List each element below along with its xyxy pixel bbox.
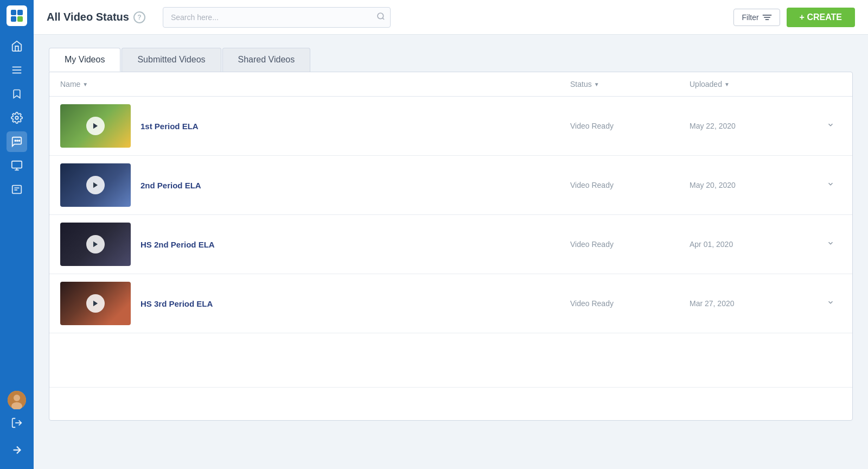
svg-rect-11 xyxy=(12,161,22,168)
video-status: Video Ready xyxy=(570,240,690,249)
expand-row-button[interactable] xyxy=(820,299,841,308)
video-title[interactable]: HS 3rd Period ELA xyxy=(141,299,213,308)
table-row: HS 3rd Period ELA Video Ready Mar 27, 20… xyxy=(49,274,852,333)
svg-rect-0 xyxy=(11,10,16,15)
tab-submitted-videos[interactable]: Submitted Videos xyxy=(122,48,221,72)
svg-point-18 xyxy=(14,395,20,401)
svg-point-7 xyxy=(15,116,18,119)
video-status: Video Ready xyxy=(570,181,690,189)
col-uploaded-header[interactable]: Uploaded ▼ xyxy=(690,80,820,88)
video-date: Apr 01, 2020 xyxy=(690,240,820,249)
sidebar xyxy=(0,0,34,469)
col-uploaded-label: Uploaded xyxy=(690,80,722,88)
video-thumbnail[interactable] xyxy=(60,282,131,325)
empty-row xyxy=(49,333,852,388)
svg-rect-3 xyxy=(17,16,23,22)
badge-tag-icon[interactable] xyxy=(7,179,27,200)
col-name-header[interactable]: Name ▼ xyxy=(60,80,570,88)
page-title-group: All Video Status ? xyxy=(47,11,145,23)
video-thumbnail[interactable] xyxy=(60,163,131,207)
video-date: Mar 27, 2020 xyxy=(690,299,820,308)
video-status: Video Ready xyxy=(570,299,690,308)
content-area: My Videos Submitted Videos Shared Videos… xyxy=(34,35,868,469)
expand-row-button[interactable] xyxy=(820,121,841,131)
col-name-sort-icon: ▼ xyxy=(82,81,88,87)
video-name-cell: HS 3rd Period ELA xyxy=(60,282,570,325)
svg-marker-29 xyxy=(93,242,98,248)
svg-point-8 xyxy=(15,140,16,141)
expand-row-button[interactable] xyxy=(820,239,841,249)
expand-row-button[interactable] xyxy=(820,180,841,190)
video-title[interactable]: 1st Period ELA xyxy=(141,122,199,131)
svg-marker-28 xyxy=(93,182,98,188)
table-row: 1st Period ELA Video Ready May 22, 2020 xyxy=(49,97,852,156)
video-name-cell: 1st Period ELA xyxy=(60,104,570,148)
svg-line-23 xyxy=(382,18,384,20)
svg-point-9 xyxy=(17,140,18,141)
table-header-row: Name ▼ Status ▼ Uploaded ▼ xyxy=(49,72,852,97)
col-status-sort-icon: ▼ xyxy=(594,81,599,87)
svg-point-22 xyxy=(378,13,384,19)
tab-shared-videos[interactable]: Shared Videos xyxy=(222,48,311,72)
video-thumbnail[interactable] xyxy=(60,223,131,266)
header: All Video Status ? Filter xyxy=(34,0,868,35)
menu-icon[interactable] xyxy=(7,60,27,80)
settings-icon[interactable] xyxy=(7,107,27,128)
filter-button[interactable]: Filter xyxy=(733,9,780,26)
app-logo[interactable] xyxy=(7,5,27,26)
chat-bubble-icon[interactable] xyxy=(7,131,27,152)
create-button[interactable]: + CREATE xyxy=(787,8,855,27)
col-status-header[interactable]: Status ▼ xyxy=(570,80,690,88)
video-screen-icon[interactable] xyxy=(7,155,27,176)
create-label: + CREATE xyxy=(800,12,842,22)
col-expand-header xyxy=(820,80,841,88)
col-status-label: Status xyxy=(570,80,592,88)
bookmark-icon[interactable] xyxy=(7,84,27,104)
arrow-right-icon[interactable] xyxy=(7,440,27,460)
svg-rect-2 xyxy=(11,16,16,22)
svg-marker-27 xyxy=(93,123,98,129)
svg-rect-1 xyxy=(17,10,23,15)
filter-label: Filter xyxy=(742,13,758,22)
video-table: Name ▼ Status ▼ Uploaded ▼ xyxy=(49,72,853,421)
play-button[interactable] xyxy=(86,176,105,194)
search-icon xyxy=(376,12,385,23)
logout-icon[interactable] xyxy=(7,413,27,433)
footer-row xyxy=(49,388,852,420)
user-avatar[interactable] xyxy=(8,391,26,409)
svg-marker-30 xyxy=(93,301,98,307)
search-input[interactable] xyxy=(163,7,391,28)
tab-my-videos[interactable]: My Videos xyxy=(49,48,120,72)
search-bar xyxy=(163,7,391,28)
svg-point-10 xyxy=(19,140,20,141)
help-icon[interactable]: ? xyxy=(133,11,145,23)
video-title[interactable]: HS 2nd Period ELA xyxy=(141,240,215,249)
table-row: HS 2nd Period ELA Video Ready Apr 01, 20… xyxy=(49,215,852,274)
video-date: May 20, 2020 xyxy=(690,181,820,189)
video-date: May 22, 2020 xyxy=(690,122,820,130)
page-title: All Video Status xyxy=(47,11,129,23)
play-button[interactable] xyxy=(86,235,105,253)
video-name-cell: HS 2nd Period ELA xyxy=(60,223,570,266)
tab-bar: My Videos Submitted Videos Shared Videos xyxy=(49,48,853,72)
col-uploaded-sort-icon: ▼ xyxy=(724,81,730,87)
video-title[interactable]: 2nd Period ELA xyxy=(141,181,201,190)
video-status: Video Ready xyxy=(570,122,690,130)
home-icon[interactable] xyxy=(7,36,27,56)
main-content: All Video Status ? Filter xyxy=(34,0,868,469)
play-button[interactable] xyxy=(86,294,105,313)
play-button[interactable] xyxy=(86,117,105,135)
col-name-label: Name xyxy=(60,80,80,88)
header-actions: Filter + CREATE xyxy=(733,8,855,27)
table-row: 2nd Period ELA Video Ready May 20, 2020 xyxy=(49,156,852,215)
sidebar-bottom xyxy=(7,391,27,464)
video-name-cell: 2nd Period ELA xyxy=(60,163,570,207)
video-thumbnail[interactable] xyxy=(60,104,131,148)
